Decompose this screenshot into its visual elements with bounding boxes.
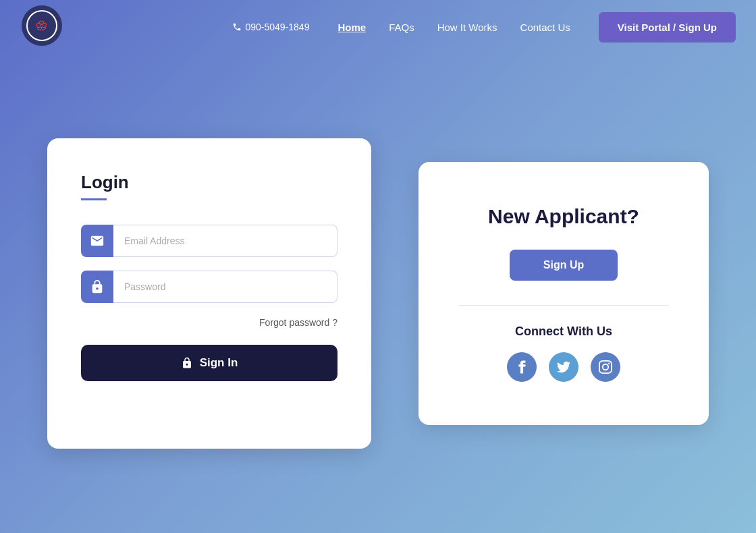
login-card: Login [47,138,371,449]
nav-how-it-works[interactable]: How It Works [429,18,506,36]
password-field[interactable] [113,271,338,303]
login-underline [81,198,107,200]
instagram-button[interactable] [591,352,620,382]
logo: 🏵 [20,4,64,51]
sign-in-button[interactable]: Sign In [81,345,338,381]
signup-button[interactable]: Sign Up [510,250,618,281]
facebook-icon [515,360,529,374]
lock-icon [81,271,113,303]
social-icons [507,352,620,382]
cards-container: Login [47,138,709,449]
instagram-icon [599,360,612,374]
forgot-password-container: Forgot password ? [81,316,338,329]
visit-portal-button[interactable]: Visit Portal / Sign Up [599,12,736,43]
nav-home[interactable]: Home [329,18,374,36]
nav-faqs[interactable]: FAQs [381,18,423,36]
twitter-button[interactable] [549,352,578,382]
email-field[interactable] [113,225,338,257]
connect-title: Connect With Us [515,325,612,339]
password-input-group [81,271,338,303]
email-input-group [81,225,338,257]
forgot-password-link[interactable]: Forgot password ? [259,317,338,328]
lock-sign-in-icon [181,357,193,369]
nav-contact[interactable]: Contact Us [512,18,578,36]
new-applicant-title: New Applicant? [488,205,639,228]
svg-text:🏵: 🏵 [36,19,48,32]
main-content: Login [0,54,756,533]
nav-links: 090-5049-1849 Home FAQs How It Works Con… [232,18,578,36]
divider [459,305,668,306]
twitter-icon [557,360,570,374]
login-title: Login [81,172,338,193]
nav-phone: 090-5049-1849 [232,22,309,32]
signup-card: New Applicant? Sign Up Connect With Us [418,162,709,425]
email-icon [81,225,113,257]
navbar: 🏵 090-5049-1849 Home FAQs How It Works C… [0,0,756,54]
facebook-button[interactable] [507,352,537,382]
